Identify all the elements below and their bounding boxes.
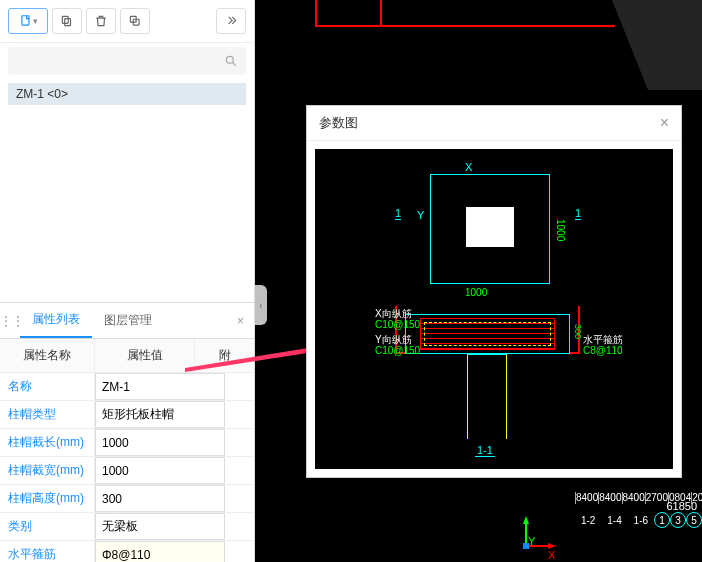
property-value-input[interactable] <box>95 457 225 484</box>
ruler-tick: 8400 <box>622 492 645 504</box>
axis-y-label: Y <box>528 535 535 547</box>
property-row: 柱帽类型 <box>0 401 254 429</box>
property-row: 水平箍筋 <box>0 541 254 562</box>
collapse-sidebar-button[interactable]: ‹ <box>255 285 267 325</box>
tabs: ⋮⋮ 属性列表 图层管理 × <box>0 302 254 339</box>
header-attach: 附 <box>195 339 254 372</box>
layers-button[interactable] <box>120 8 150 34</box>
dim-width: 1000 <box>465 287 487 298</box>
property-value-input[interactable] <box>95 429 225 456</box>
section-mark-left: 1 <box>395 207 401 220</box>
property-row: 类别 <box>0 513 254 541</box>
property-value-input[interactable] <box>95 401 225 428</box>
copy-button[interactable] <box>52 8 82 34</box>
ruler-total: 61850 <box>666 500 697 512</box>
tab-close-button[interactable]: × <box>227 314 254 328</box>
modal-title: 参数图 <box>319 114 358 132</box>
parameter-diagram-modal: 参数图 × X Y 1000 1000 1 1 X向纵筋 C10@150 Y向纵… <box>306 105 682 478</box>
property-row: 柱帽截长(mm) <box>0 429 254 457</box>
ruler-axis-label: 1-6 <box>628 512 654 528</box>
property-name: 柱帽截长(mm) <box>0 429 95 456</box>
property-value-input[interactable] <box>95 513 225 540</box>
svg-rect-2 <box>65 19 71 26</box>
property-name: 柱帽类型 <box>0 401 95 428</box>
ruler-axis-label: 5 <box>686 512 702 528</box>
property-row: 柱帽截宽(mm) <box>0 457 254 485</box>
component-tag[interactable]: ZM-1 <0> <box>8 83 246 105</box>
property-header: 属性名称 属性值 附 <box>0 339 254 373</box>
ruler-axis-label: 1-4 <box>601 512 627 528</box>
drag-handle-icon[interactable]: ⋮⋮ <box>0 314 20 328</box>
modal-close-button[interactable]: × <box>660 114 669 132</box>
header-value: 属性值 <box>95 339 195 372</box>
ruler: 84008400840027000804207 61850 1-21-41-61… <box>575 492 702 532</box>
tab-layers[interactable]: 图层管理 <box>92 304 164 337</box>
ruler-tick: 8400 <box>598 492 621 504</box>
diagram-canvas: X Y 1000 1000 1 1 X向纵筋 C10@150 Y向纵筋 C10@… <box>315 149 673 469</box>
property-value-input[interactable] <box>95 485 225 512</box>
property-row: 柱帽高度(mm) <box>0 485 254 513</box>
tab-properties[interactable]: 属性列表 <box>20 303 92 338</box>
property-name: 名称 <box>0 373 95 400</box>
property-name: 柱帽截宽(mm) <box>0 457 95 484</box>
search-input[interactable] <box>8 47 246 75</box>
ruler-tick: 8400 <box>575 492 598 504</box>
svg-point-5 <box>226 56 233 63</box>
dim-y: Y <box>417 209 424 221</box>
value-xrebar: C10@150 <box>375 319 420 330</box>
copy-icon <box>60 14 74 28</box>
axis-x-label: X <box>548 549 555 561</box>
sidebar: ▾ ZM-1 <0> ⋮⋮ 属性列表 图层管理 × <box>0 0 255 562</box>
delete-button[interactable] <box>86 8 116 34</box>
section-mark-right: 1 <box>575 207 581 220</box>
property-value-input[interactable] <box>95 541 225 562</box>
property-rows: 名称柱帽类型柱帽截长(mm)柱帽截宽(mm)柱帽高度(mm)类别水平箍筋X向纵筋… <box>0 373 254 562</box>
svg-rect-0 <box>21 16 28 25</box>
property-row: 名称 <box>0 373 254 401</box>
value-hstirrup: C8@110 <box>583 345 623 356</box>
layers-icon <box>128 14 142 28</box>
header-name: 属性名称 <box>0 339 95 372</box>
dim-x: X <box>465 161 472 173</box>
property-value-input[interactable] <box>95 373 225 400</box>
document-icon <box>19 14 33 28</box>
chevron-right-icon <box>224 14 238 28</box>
section-label: 1-1 <box>475 444 495 457</box>
property-name: 类别 <box>0 513 95 540</box>
more-button[interactable] <box>216 8 246 34</box>
search-icon <box>224 54 238 68</box>
dim-300: 300 <box>573 324 583 339</box>
toolbar: ▾ <box>0 0 254 43</box>
svg-marker-7 <box>523 516 529 524</box>
ruler-axis-label: 1 <box>654 512 670 528</box>
ruler-tick: 2700 <box>645 492 668 504</box>
dim-height: 1000 <box>555 219 566 241</box>
trash-icon <box>94 14 108 28</box>
ruler-axis-label: 1-2 <box>575 512 601 528</box>
ruler-axis-label: 3 <box>670 512 686 528</box>
axis-indicator: Y X <box>518 514 558 557</box>
value-yrebar: C10@150 <box>375 345 420 356</box>
new-dropdown-button[interactable]: ▾ <box>8 8 48 34</box>
property-name: 柱帽高度(mm) <box>0 485 95 512</box>
property-name: 水平箍筋 <box>0 541 95 562</box>
